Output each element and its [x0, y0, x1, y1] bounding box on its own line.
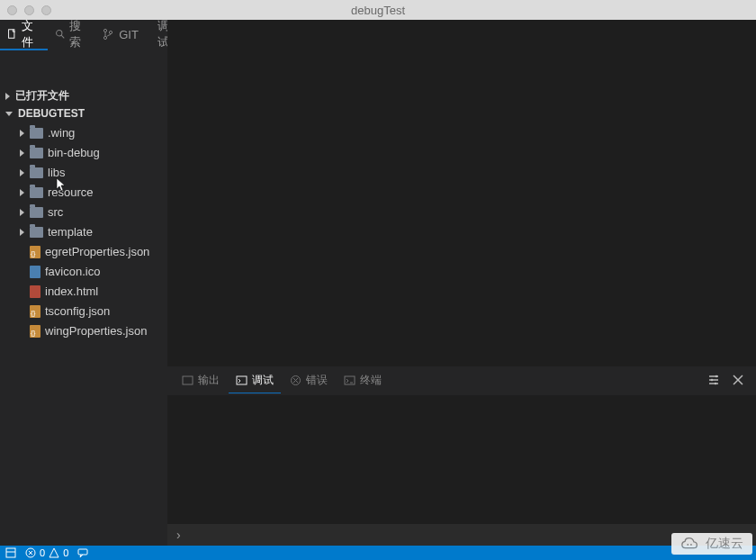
tab-debug-label: 调试 — [158, 20, 167, 50]
chevron-down-icon — [5, 112, 13, 116]
tree-item-label: .wing — [48, 126, 75, 140]
folder-icon — [30, 207, 43, 218]
panel-settings-button[interactable] — [702, 370, 725, 393]
debug-console-body[interactable] — [167, 395, 756, 524]
folder-icon — [30, 148, 43, 158]
folder-icon — [30, 227, 43, 238]
tab-git[interactable]: GIT — [94, 20, 146, 50]
console-icon — [236, 375, 248, 386]
explorer-sidebar: 已打开文件 DEBUGTEST .wing bin-debug libs — [0, 50, 167, 546]
maximize-window-button[interactable] — [41, 5, 51, 15]
cloud-icon — [680, 536, 700, 552]
tree-folder[interactable]: template — [0, 222, 167, 242]
file-icon — [7, 28, 17, 41]
svg-rect-9 — [237, 376, 247, 384]
tree-item-label: libs — [48, 166, 66, 180]
json-file-icon — [30, 305, 40, 318]
tree-item-label: index.html — [45, 285, 98, 299]
open-editors-label: 已打开文件 — [15, 88, 69, 104]
project-label: DEBUGTEST — [18, 107, 85, 120]
tree-item-label: egretProperties.json — [45, 245, 149, 259]
comment-icon — [77, 547, 88, 558]
minimize-window-button[interactable] — [24, 5, 34, 15]
chevron-right-icon — [20, 149, 24, 157]
tree-item-label: wingProperties.json — [45, 324, 147, 339]
debug-console-prompt: › — [176, 528, 181, 542]
tree-item-label: tsconfig.json — [45, 304, 110, 319]
tab-search-label: 搜索 — [69, 18, 88, 50]
project-section[interactable]: DEBUGTEST — [0, 105, 167, 122]
editor-empty — [167, 50, 756, 366]
tab-search[interactable]: 搜索 — [48, 20, 95, 50]
file-tree: .wing bin-debug libs resource src — [0, 122, 167, 343]
terminal-icon — [344, 375, 356, 386]
html-file-icon — [30, 285, 40, 298]
folder-icon — [30, 128, 43, 139]
tab-git-label: GIT — [119, 28, 139, 41]
watermark-text: 亿速云 — [706, 536, 743, 552]
folder-icon — [30, 167, 43, 178]
chevron-right-icon — [5, 93, 10, 100]
svg-point-1 — [56, 31, 61, 36]
svg-rect-13 — [345, 376, 355, 384]
chevron-right-icon — [20, 169, 24, 176]
error-icon — [290, 375, 302, 386]
window-controls — [7, 5, 51, 15]
tree-folder[interactable]: resource — [0, 183, 167, 203]
open-editors-section[interactable]: 已打开文件 — [0, 86, 167, 105]
panel-tab-debug-console[interactable]: 调试 — [229, 368, 281, 393]
tree-folder[interactable]: src — [0, 203, 167, 222]
tree-file[interactable]: favicon.ico — [0, 262, 167, 282]
panel-tab-problems[interactable]: 错误 — [283, 368, 335, 393]
tree-item-label: bin-debug — [48, 146, 100, 160]
layout-icon — [5, 547, 16, 558]
panel-tab-label: 调试 — [252, 373, 274, 388]
panel-close-button[interactable] — [727, 371, 749, 392]
output-icon — [182, 375, 194, 386]
tree-item-label: resource — [48, 185, 94, 200]
chevron-right-icon — [20, 130, 24, 137]
status-warning-count: 0 — [63, 547, 68, 558]
bottom-panel: 输出 调试 错误 终端 — [167, 366, 756, 546]
titlebar: debugTest — [0, 0, 756, 20]
svg-rect-8 — [183, 376, 193, 384]
svg-point-25 — [687, 544, 688, 546]
tree-item-label: template — [48, 225, 93, 239]
svg-rect-0 — [9, 30, 14, 38]
chevron-right-icon — [20, 209, 24, 216]
svg-point-3 — [104, 29, 107, 32]
svg-point-14 — [716, 375, 718, 377]
tree-folder[interactable]: .wing — [0, 123, 167, 143]
watermark: 亿速云 — [671, 533, 752, 555]
status-problems[interactable]: 0 0 — [25, 547, 68, 558]
error-circle-icon — [25, 547, 36, 558]
chevron-right-icon — [20, 189, 24, 196]
status-layout-button[interactable] — [5, 547, 16, 558]
status-feedback-button[interactable] — [77, 547, 88, 558]
close-window-button[interactable] — [7, 5, 17, 15]
tab-files[interactable]: 文件 — [0, 20, 48, 50]
tree-folder[interactable]: bin-debug — [0, 143, 167, 163]
tree-file[interactable]: tsconfig.json — [0, 302, 167, 321]
tab-files-label: 文件 — [22, 18, 40, 50]
svg-point-5 — [110, 31, 112, 33]
tree-item-label: src — [48, 205, 63, 220]
debug-console-input[interactable]: › — [167, 524, 756, 546]
json-file-icon — [30, 325, 40, 338]
panel-tab-terminal[interactable]: 终端 — [337, 368, 389, 393]
tree-file[interactable]: index.html — [0, 282, 167, 302]
ico-file-icon — [30, 266, 40, 278]
svg-point-26 — [690, 544, 692, 546]
warning-triangle-icon — [49, 547, 59, 558]
panel-tab-output[interactable]: 输出 — [175, 368, 227, 393]
svg-point-15 — [711, 378, 714, 381]
panel-tab-label: 输出 — [198, 373, 220, 388]
tree-folder[interactable]: libs — [0, 163, 167, 183]
search-icon — [55, 28, 65, 41]
panel-tab-label: 终端 — [360, 373, 382, 388]
tree-file[interactable]: egretProperties.json — [0, 242, 167, 262]
tab-debug[interactable]: 调试 — [146, 20, 167, 50]
status-error-count: 0 — [40, 547, 45, 558]
svg-rect-19 — [6, 548, 15, 557]
tree-file[interactable]: wingProperties.json — [0, 321, 167, 341]
